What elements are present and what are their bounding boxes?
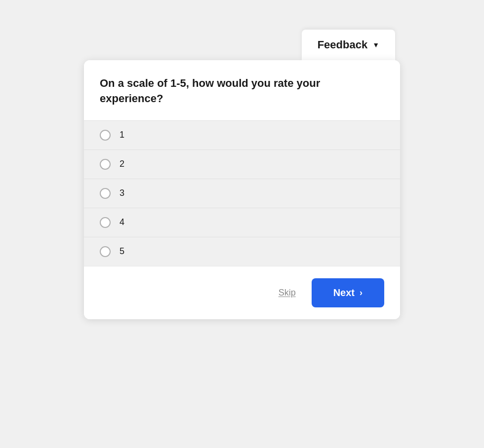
feedback-tab-label: Feedback [318,38,368,51]
option-row-4[interactable]: 4 [84,208,400,237]
options-section: 1 2 3 4 5 [84,120,400,266]
footer-section: Skip Next › [84,266,400,319]
radio-2[interactable] [100,159,111,170]
skip-button[interactable]: Skip [279,288,296,298]
option-label-3: 3 [120,188,124,198]
option-label-5: 5 [120,246,124,257]
radio-3[interactable] [100,188,111,199]
feedback-tab[interactable]: Feedback ▼ [302,30,395,60]
question-text: On a scale of 1-5, how would you rate yo… [100,76,384,107]
option-row-1[interactable]: 1 [84,121,400,150]
feedback-wrapper: Feedback ▼ On a scale of 1-5, how would … [84,30,400,319]
radio-4[interactable] [100,217,111,228]
radio-5[interactable] [100,246,111,257]
next-button[interactable]: Next › [312,278,384,307]
option-label-2: 2 [120,159,124,169]
option-row-3[interactable]: 3 [84,179,400,208]
radio-1[interactable] [100,130,111,141]
next-button-label: Next [333,287,355,299]
option-label-1: 1 [120,130,124,140]
question-section: On a scale of 1-5, how would you rate yo… [84,60,400,120]
next-chevron-icon: › [360,288,363,298]
option-row-5[interactable]: 5 [84,237,400,266]
option-label-4: 4 [120,217,124,227]
option-row-2[interactable]: 2 [84,150,400,179]
feedback-card: On a scale of 1-5, how would you rate yo… [84,60,400,319]
feedback-tab-arrow-icon: ▼ [372,41,379,49]
